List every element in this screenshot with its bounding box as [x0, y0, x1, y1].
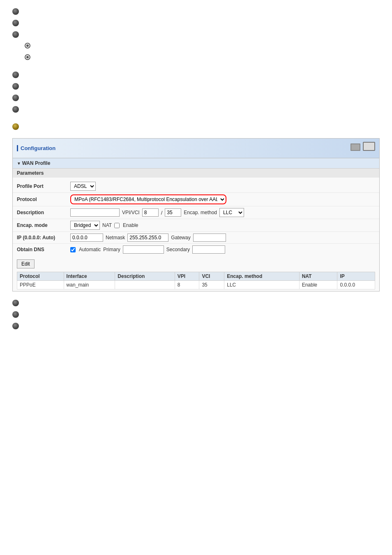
bullet-icon-10: [12, 323, 19, 329]
col-header-vpi: VPI: [175, 272, 199, 281]
bullet-icon-2: [12, 20, 19, 26]
bullet-item-9: [12, 311, 380, 318]
results-table: Protocol Interface Description VPI VCI E…: [17, 272, 375, 289]
automatic-checkbox[interactable]: [70, 247, 76, 252]
gateway-label: Gateway: [171, 235, 190, 240]
protocol-row: Protocol MPoA (RFC1483/RFC2684, Multipro…: [13, 193, 379, 206]
bullet-icon-6: [12, 95, 19, 101]
vpi-input[interactable]: [142, 208, 159, 217]
bullet-icon-7: [12, 106, 19, 113]
cell-nat: Enable: [299, 281, 337, 289]
cell-ip: 0.0.0.0: [337, 281, 375, 289]
config-body: Profile Port ADSL Protocol MPoA (RFC1483…: [13, 178, 379, 258]
bullet-item-3: [12, 31, 380, 38]
bullet-item-1: [12, 8, 380, 15]
encap-mode-select[interactable]: Bridged: [70, 221, 100, 230]
bullet-icon-4: [12, 72, 19, 78]
bullet-icon-9: [12, 311, 19, 318]
col-header-encap: Encap. method: [224, 272, 299, 281]
params-header: Parameters: [13, 169, 379, 178]
ip-input[interactable]: [70, 234, 103, 242]
encap-mode-row: Encap. mode Bridged NAT Enable: [13, 219, 379, 232]
profile-port-label: Profile Port: [17, 183, 70, 189]
bullet-icon-5: [12, 83, 19, 90]
primary-label: Primary: [103, 247, 120, 252]
cell-description: [115, 281, 175, 289]
bottom-bullets: [12, 300, 380, 329]
table-header-row: Protocol Interface Description VPI VCI E…: [17, 272, 375, 281]
cell-vpi: 8: [175, 281, 199, 289]
secondary-dns-input[interactable]: [192, 245, 225, 254]
radio-dot-1: [25, 43, 30, 49]
bullet-item-8: [12, 300, 380, 306]
bullet-item-10: [12, 323, 380, 329]
config-title: Configuration: [17, 145, 55, 151]
network-icon: [350, 143, 360, 151]
vpi-vci-separator: /: [161, 210, 163, 216]
col-header-vci: VCI: [199, 272, 224, 281]
col-header-ip: IP: [337, 272, 375, 281]
obtain-dns-row: Obtain DNS Automatic Primary Secondary: [13, 244, 379, 255]
vci-input[interactable]: [165, 208, 181, 217]
vpi-vci-label: VPI/VCI: [122, 210, 140, 215]
bullet-item-5: [12, 83, 380, 90]
bullet-item-yellow: [12, 123, 380, 130]
bullet-icon-1: [12, 8, 19, 15]
cell-vci: 35: [199, 281, 224, 289]
profile-port-row: Profile Port ADSL: [13, 180, 379, 193]
protocol-label: Protocol: [17, 197, 70, 202]
config-header: Configuration: [13, 139, 379, 158]
profile-port-content: ADSL: [70, 182, 375, 191]
config-panel: Configuration WAN Profile Parameters Pro…: [12, 138, 380, 291]
secondary-label: Secondary: [166, 247, 190, 252]
encap-mode-label: Encap. mode: [17, 222, 70, 228]
bullet-item-2: [12, 20, 380, 26]
encap-method-select[interactable]: LLC: [219, 208, 244, 217]
ip-content: Netmask Gateway: [70, 234, 375, 242]
bullet-icon-3: [12, 31, 19, 38]
cell-encap: LLC: [224, 281, 299, 289]
col-header-description: Description: [115, 272, 175, 281]
description-input[interactable]: [70, 208, 120, 217]
table-row: PPPoE wan_main 8 35 LLC Enable 0.0.0.0: [17, 281, 375, 289]
ip-label: IP (0.0.0.0: Auto): [17, 235, 70, 240]
description-label: Description: [17, 210, 70, 215]
monitor-icon: [363, 142, 375, 151]
enable-label: Enable: [123, 222, 138, 228]
bullet-item-7: [12, 106, 380, 113]
bullet-icon-yellow: [12, 123, 19, 130]
profile-port-select[interactable]: ADSL: [70, 182, 96, 191]
nat-enable-checkbox[interactable]: [114, 223, 120, 228]
col-header-interface: Interface: [64, 272, 115, 281]
bullet-icon-8: [12, 300, 19, 306]
description-content: VPI/VCI / Encap. method LLC: [70, 208, 375, 217]
netmask-input[interactable]: [127, 234, 168, 242]
radio-item-1[interactable]: [25, 43, 380, 49]
bullet-item-6: [12, 95, 380, 101]
radio-item-2[interactable]: [25, 54, 380, 60]
automatic-label: Automatic: [79, 247, 101, 252]
description-row: Description VPI/VCI / Encap. method LLC: [13, 206, 379, 219]
wan-profile-header: WAN Profile: [13, 158, 379, 169]
config-header-icon: [350, 141, 375, 155]
cell-protocol: PPPoE: [17, 281, 64, 289]
radio-dot-2: [25, 54, 30, 60]
encap-mode-content: Bridged NAT Enable: [70, 221, 375, 230]
col-header-nat: NAT: [299, 272, 337, 281]
protocol-content: MPoA (RFC1483/RFC2684, Multiprotocol Enc…: [70, 194, 375, 204]
edit-button[interactable]: Edit: [17, 259, 35, 268]
top-bullets: [12, 8, 380, 130]
obtain-dns-content: Automatic Primary Secondary: [70, 245, 375, 254]
bullet-item-4: [12, 72, 380, 78]
netmask-label: Netmask: [106, 235, 125, 240]
primary-dns-input[interactable]: [123, 245, 164, 254]
ip-row: IP (0.0.0.0: Auto) Netmask Gateway: [13, 232, 379, 244]
gateway-input[interactable]: [193, 234, 226, 242]
nat-label: NAT: [102, 222, 112, 228]
protocol-select[interactable]: MPoA (RFC1483/RFC2684, Multiprotocol Enc…: [70, 194, 226, 204]
col-header-protocol: Protocol: [17, 272, 64, 281]
table-wrapper: Protocol Interface Description VPI VCI E…: [13, 270, 379, 291]
obtain-dns-label: Obtain DNS: [17, 247, 70, 252]
cell-interface: wan_main: [64, 281, 115, 289]
encap-method-label: Encap. method: [184, 210, 217, 215]
